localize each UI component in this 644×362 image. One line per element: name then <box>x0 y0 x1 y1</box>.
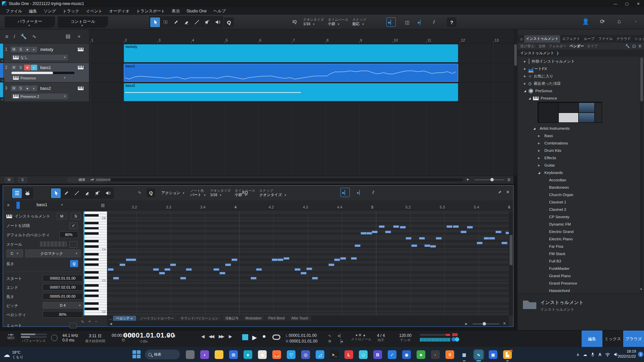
tree-item-Electric Piano[interactable]: Electric Piano <box>518 235 639 243</box>
menu-表示[interactable]: 表示 <box>169 8 183 15</box>
midi-note[interactable] <box>306 267 312 270</box>
browser-scrollbar[interactable] <box>640 58 643 292</box>
mute-tool[interactable] <box>93 188 102 198</box>
eraser-tool[interactable] <box>82 188 92 198</box>
quantize-button[interactable]: Q <box>224 17 234 27</box>
notifications-bell-icon[interactable]: ◔ <box>631 17 640 26</box>
midi-note[interactable] <box>461 231 467 233</box>
play-button[interactable]: ▶ <box>252 334 257 341</box>
midi-note[interactable] <box>301 272 307 275</box>
action-dropdown[interactable]: アクション▼ <box>159 187 187 199</box>
tree-item-Guitar[interactable]: ▶Guitar <box>518 162 639 169</box>
midi-note[interactable] <box>294 268 301 271</box>
track-solo-button[interactable]: S <box>17 47 24 52</box>
global-solo-button[interactable]: S <box>18 177 27 183</box>
audition-checkbox[interactable]: ✓ <box>69 223 77 229</box>
midi-note[interactable] <box>170 263 176 266</box>
lane-tab-Pitch Bend[interactable]: Pitch Bend <box>265 316 287 321</box>
editor-ruler[interactable]: 3.23.33.444.24.34.455.25.35.46 <box>107 200 509 210</box>
list-view-icon[interactable]: ≣ <box>638 44 641 48</box>
key-A2[interactable] <box>85 287 107 290</box>
menu-トランスポート[interactable]: トランスポート <box>133 8 168 15</box>
key-B1[interactable] <box>85 313 107 315</box>
snap-dropdown[interactable]: スナップクオンタイズ▼ <box>257 187 288 199</box>
forward-button[interactable]: ▶ <box>229 334 232 339</box>
tree-item-Presence[interactable]: ◢Presence <box>518 95 639 102</box>
midi-note[interactable] <box>361 232 367 235</box>
remove-lane-icon[interactable]: − <box>95 319 97 324</box>
list-icon[interactable]: ≡ <box>108 177 110 182</box>
tree-item-Far Fisa[interactable]: Far Fisa <box>518 243 639 250</box>
key-C3[interactable]: C3 <box>85 279 107 282</box>
taskbar-app-mail[interactable]: ▽ <box>286 350 296 360</box>
stop-button[interactable] <box>242 334 248 340</box>
expanded-arrow-icon[interactable]: ◢ <box>528 97 531 100</box>
lane-tab-ベロシティ[interactable]: ベロシティ <box>113 316 136 321</box>
track-volume-slider[interactable] <box>11 72 74 74</box>
scroll-left-icon[interactable]: ◀ <box>110 322 112 325</box>
onedrive-cloud-icon[interactable]: ☁ <box>583 352 587 357</box>
key-F4[interactable] <box>85 235 107 238</box>
midi-note[interactable] <box>153 268 159 271</box>
midi-note[interactable] <box>126 258 136 261</box>
tree-item-ノートFX[interactable]: ▶ノートFX <box>518 65 639 72</box>
follow-playhead-icon[interactable]: ▸▏ <box>416 17 425 27</box>
tree-item-Accordian[interactable]: Accordian <box>518 176 639 184</box>
automation-toggle-icon[interactable]: ∿ <box>0 78 4 82</box>
midi-note[interactable] <box>505 232 509 234</box>
midi-note[interactable] <box>400 226 406 229</box>
editor-mute-button[interactable]: M <box>57 213 67 220</box>
tree-item-FunkMaster[interactable]: FunkMaster <box>518 265 639 272</box>
sort-フォルダー[interactable]: フォルダー <box>548 44 566 49</box>
curve-icon[interactable]: ∿ <box>81 319 84 324</box>
browse-view-button[interactable]: ブラウズ <box>623 330 644 347</box>
key-A#2[interactable] <box>85 284 107 287</box>
tree-item-Bass[interactable]: ▶Bass <box>518 132 639 139</box>
midi-note[interactable] <box>489 237 495 240</box>
collapsed-arrow-icon[interactable]: ▶ <box>524 60 526 63</box>
scroll-down-icon[interactable]: ▼ <box>640 288 643 291</box>
collapsed-arrow-icon[interactable]: ▶ <box>538 142 540 145</box>
key-F3[interactable] <box>85 266 107 269</box>
midi-note[interactable] <box>446 225 452 228</box>
velocity-fader-icon[interactable]: ⫽ <box>369 188 378 197</box>
taskbar-clock[interactable]: 18:19 2022/11/22 <box>618 349 636 359</box>
browser-tab-インストゥルメント[interactable]: インストゥルメント <box>524 35 560 43</box>
menu-イベント[interactable]: イベント <box>83 8 105 15</box>
length-quantize-button[interactable]: Q <box>70 260 78 267</box>
sort-全体[interactable]: 全体 <box>538 44 545 49</box>
midi-note[interactable] <box>393 225 399 228</box>
key-F#3[interactable] <box>85 263 107 266</box>
browser-tab-エフェクト[interactable]: エフェクト <box>560 35 582 43</box>
key-G2[interactable] <box>85 292 107 295</box>
midi-note[interactable] <box>159 272 165 275</box>
taskbar-app-camera-app[interactable]: ◎ <box>301 350 311 360</box>
scroll-left-icon[interactable]: ◀ <box>91 178 94 181</box>
arrow-tool[interactable] <box>150 17 160 27</box>
taskbar-app-app-tree[interactable]: ♣ <box>416 350 426 360</box>
scroll-right-icon[interactable]: ▶ <box>467 178 469 181</box>
plugin-thumbnail[interactable] <box>538 102 602 123</box>
performance-meter[interactable]: パフォーマンス <box>21 334 47 343</box>
arrow-tool[interactable] <box>51 188 61 198</box>
autoscroll-toggle-icon[interactable]: ▸▏ <box>340 188 350 197</box>
track-monitor-button[interactable]: ◐ <box>31 85 37 91</box>
note-grid[interactable] <box>107 212 509 315</box>
loop-range-display[interactable]: L 00001.01.01.00 R 00001.01.01.00 <box>286 333 317 344</box>
automation-icon[interactable]: ∿ <box>32 34 37 40</box>
maximize-button[interactable]: ▢ <box>621 0 633 7</box>
listen-tool[interactable] <box>213 17 222 27</box>
midi-note[interactable] <box>495 231 501 233</box>
midi-note[interactable] <box>406 237 412 240</box>
key-C5[interactable]: C5 <box>85 217 107 220</box>
record-button[interactable]: ● <box>262 333 266 340</box>
start-button[interactable] <box>132 350 141 359</box>
arrange-vertical-scrollbar[interactable] <box>514 29 518 176</box>
taskbar-app-studio-one[interactable]: ∿ <box>474 350 484 360</box>
h-scroll-handle[interactable] <box>96 179 108 181</box>
auto-quantize-toggle[interactable]: AQ <box>242 190 248 195</box>
midi-note[interactable] <box>272 258 278 261</box>
tree-item-Combinations[interactable]: ▶Combinations <box>518 139 639 147</box>
collapsed-arrow-icon[interactable]: ▶ <box>524 67 526 70</box>
nudge-back-icon[interactable]: ◀ <box>166 334 169 338</box>
